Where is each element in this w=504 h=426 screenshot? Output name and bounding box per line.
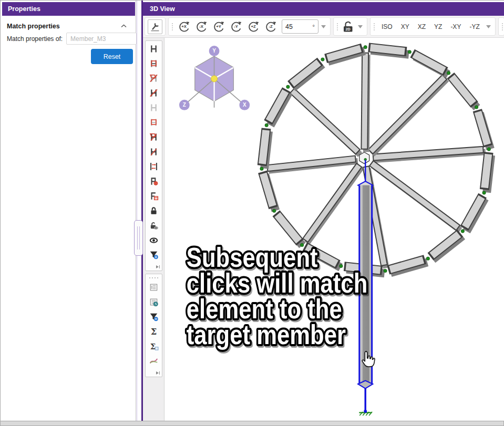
member-icon[interactable]: [148, 44, 160, 54]
member-ghost-box-glyph: [149, 118, 159, 127]
support-node: [359, 410, 372, 415]
strip-expand-icon[interactable]: [156, 371, 160, 375]
view-xy-button[interactable]: XY: [397, 20, 413, 34]
member-ghost-box-icon[interactable]: [148, 118, 160, 127]
wrench-icon: [150, 22, 160, 32]
member-quad-glyph: [149, 132, 159, 142]
node-settings-icon[interactable]: [148, 176, 160, 186]
panel-gutter: [137, 1, 141, 421]
panel-splitter[interactable]: [134, 220, 143, 256]
member-ghost-icon[interactable]: [148, 103, 160, 112]
visibility-icon[interactable]: [148, 235, 160, 245]
view-toolbar: +X -X +Y -Y +Z -Z °: [143, 16, 504, 38]
rotate-arrow-icon: +Z: [246, 19, 261, 34]
group-drag-handle[interactable]: [337, 23, 338, 30]
view-xz-button[interactable]: XZ: [414, 20, 429, 34]
wheel-structure[interactable]: [260, 46, 491, 274]
strip-group-members: [145, 40, 162, 271]
view-title: 3D View: [150, 5, 175, 13]
toolbar-group-views: ISOXYXZYZ-XY-YZ: [370, 17, 496, 36]
view-header: 3D View: [143, 2, 504, 16]
report-refresh-glyph: [149, 297, 159, 307]
rotate-plusy-button[interactable]: +Y: [211, 19, 227, 34]
report-list-glyph: [149, 283, 159, 292]
member-slash-alt-icon[interactable]: [148, 147, 160, 157]
rotate-plusz-button[interactable]: +Z: [245, 19, 262, 34]
strip-group-results: ΣΣ: [145, 274, 162, 377]
lock-visibility-icon[interactable]: [148, 221, 160, 230]
view-iso-button[interactable]: ISO: [378, 20, 396, 34]
lock-2d-button[interactable]: 2D: [341, 19, 355, 34]
rotate-minusy-button[interactable]: -Y: [228, 19, 244, 34]
group-drag-handle[interactable]: [374, 23, 375, 30]
section-match-properties[interactable]: Match properties: [1, 20, 133, 32]
results-chart-icon[interactable]: [148, 356, 160, 366]
rotate-minusx-button[interactable]: -X: [193, 19, 210, 34]
app-window: Properties Match properties Match proper…: [0, 0, 504, 426]
lock-2d-icon: 2D: [342, 20, 354, 34]
rotation-angle-input[interactable]: [285, 23, 303, 30]
view-cube[interactable]: Y Z X: [179, 46, 250, 110]
filter-remove-icon[interactable]: [148, 312, 160, 321]
member-slash-glyph: [149, 88, 159, 98]
strip-group-handle[interactable]: [149, 277, 158, 278]
node-lock-glyph: [149, 191, 159, 201]
reset-button[interactable]: Reset: [91, 49, 133, 64]
report-refresh-icon[interactable]: [148, 297, 160, 307]
match-target-input[interactable]: [66, 33, 137, 45]
svg-text:+Y: +Y: [216, 24, 221, 29]
member-quad-slash-icon[interactable]: [148, 74, 160, 83]
properties-panel: Properties Match properties Match proper…: [1, 1, 136, 421]
rotate-arrow-icon: -Z: [264, 19, 278, 34]
svg-text:Σ: Σ: [151, 327, 157, 336]
node-settings-glyph: [149, 176, 159, 186]
axis-z-label: Z: [183, 102, 186, 108]
section-title: Match properties: [7, 23, 60, 30]
view-yz-button[interactable]: YZ: [430, 20, 446, 34]
filter-add-icon[interactable]: [148, 250, 160, 259]
rotate-plusx-button[interactable]: +X: [176, 19, 192, 34]
member-glyph: [149, 44, 159, 54]
svg-text:-X: -X: [199, 24, 204, 29]
strip-expand-icon[interactable]: [156, 265, 160, 269]
rotate-arrow-icon: -Y: [229, 19, 243, 34]
report-list-icon[interactable]: [148, 283, 160, 292]
member-offset-icon[interactable]: [148, 162, 160, 171]
node-lock-icon[interactable]: [148, 191, 160, 201]
group-drag-handle[interactable]: [502, 23, 503, 30]
lock-icon[interactable]: [148, 206, 160, 215]
member-quad-icon[interactable]: [148, 132, 160, 142]
overlay-text: Subsequent clicks will match element to …: [187, 243, 367, 350]
svg-text:target member: target member: [187, 320, 346, 350]
group-drag-handle[interactable]: [172, 23, 173, 30]
summation-detail-glyph: Σ: [149, 341, 159, 351]
left-icon-strip: ΣΣ: [143, 38, 164, 421]
member-slash-alt-glyph: [149, 147, 159, 157]
member-offset-glyph: [149, 162, 159, 171]
view-neg-yz-button[interactable]: -YZ: [466, 20, 483, 34]
rotate-minusz-button[interactable]: -Z: [263, 19, 279, 34]
member-box-icon[interactable]: [148, 59, 160, 68]
view-settings-button[interactable]: [148, 19, 162, 34]
match-label: Match properties of:: [7, 35, 63, 43]
lock-visibility-glyph: [149, 221, 159, 230]
lock-glyph: [149, 206, 159, 215]
member-box-glyph: [149, 59, 159, 68]
views-dropdown-arrow-icon[interactable]: [486, 25, 491, 28]
properties-title: Properties: [8, 5, 40, 13]
filter-remove-glyph: [149, 312, 159, 321]
member-quad-slash-glyph: [149, 74, 159, 83]
view-neg-xy-button[interactable]: -XY: [447, 20, 465, 34]
chevron-up-icon[interactable]: [121, 24, 127, 28]
lock-2d-dropdown-arrow-icon[interactable]: [358, 25, 363, 28]
svg-text:+Z: +Z: [251, 24, 255, 29]
summation-detail-icon[interactable]: Σ: [148, 341, 160, 351]
member-slash-icon[interactable]: [148, 88, 160, 98]
properties-header: Properties: [2, 2, 135, 16]
rotate-dropdown-arrow-icon[interactable]: [321, 25, 326, 28]
rotate-arrow-icon: +X: [177, 19, 191, 34]
hub-node[interactable]: [359, 152, 369, 164]
summation-icon[interactable]: Σ: [148, 327, 160, 336]
viewport-3d[interactable]: Y Z X Subsequent clicks will match eleme…: [165, 38, 504, 421]
svg-text:Σ: Σ: [150, 342, 156, 351]
